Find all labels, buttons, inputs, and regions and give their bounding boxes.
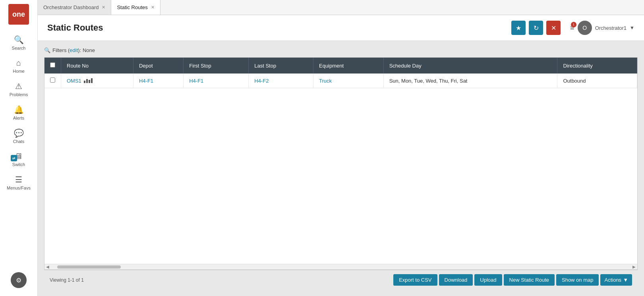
sidebar-item-label: Alerts bbox=[13, 116, 24, 120]
last-stop-link[interactable]: H4-F2 bbox=[254, 78, 269, 84]
tab-bar: Orchestrator Dashboard ✕ Static Routes ✕ bbox=[38, 0, 644, 15]
tab-close-active-icon[interactable]: ✕ bbox=[151, 5, 155, 10]
depot-link[interactable]: H4-F1 bbox=[139, 78, 153, 84]
content-area: 🔍 Filters ( edit ): None Route No bbox=[38, 41, 644, 296]
cell-first-stop: H4-F1 bbox=[184, 74, 249, 88]
col-directionality: Directionality bbox=[557, 58, 637, 74]
cell-schedule-day: Sun, Mon, Tue, Wed, Thu, Fri, Sat bbox=[383, 74, 557, 88]
first-stop-link[interactable]: H4-F1 bbox=[189, 78, 203, 84]
table-wrapper: Route No Depot First Stop Last Stop bbox=[44, 57, 638, 270]
chart-icon bbox=[84, 78, 93, 83]
sidebar-bottom: ⚙ bbox=[9, 268, 29, 292]
col-route-no: Route No bbox=[61, 58, 133, 74]
static-routes-table: Route No Depot First Stop Last Stop bbox=[44, 58, 637, 88]
sidebar-item-menus-favs[interactable]: ☰ Menus/Favs bbox=[0, 171, 37, 194]
sidebar-item-label: Chats bbox=[13, 139, 25, 144]
select-all-checkbox[interactable] bbox=[50, 62, 55, 68]
scroll-right-icon[interactable]: ▶ bbox=[632, 265, 636, 269]
sidebar-item-label: Menus/Favs bbox=[7, 186, 31, 190]
filter-label: Filters bbox=[52, 47, 66, 53]
page-title: Static Routes bbox=[47, 23, 103, 33]
sidebar-item-label: Search bbox=[12, 46, 26, 50]
star-button[interactable]: ★ bbox=[511, 21, 526, 35]
col-schedule-day: Schedule Day bbox=[383, 58, 557, 74]
filter-value: None bbox=[83, 47, 95, 53]
actions-dropdown-icon: ▼ bbox=[623, 277, 628, 283]
cell-route-no: OMS1 bbox=[61, 74, 133, 88]
switch-icon: 🖥 ⇄ bbox=[15, 152, 23, 161]
chat-icon: 💬 bbox=[14, 128, 24, 138]
menu-notification-wrapper: ≡ 1 bbox=[570, 24, 574, 32]
sidebar-item-search[interactable]: 🔍 Search bbox=[0, 31, 37, 54]
warning-icon: ⚠ bbox=[15, 81, 22, 91]
table-footer: Viewing 1-1 of 1 Export to CSV Download … bbox=[44, 270, 638, 290]
download-button[interactable]: Download bbox=[439, 274, 473, 286]
tab-static-routes[interactable]: Static Routes ✕ bbox=[111, 0, 160, 15]
row-checkbox[interactable] bbox=[50, 77, 55, 83]
tab-orchestrator-dashboard[interactable]: Orchestrator Dashboard ✕ bbox=[38, 0, 111, 15]
table-row: OMS1 H4-F1 H4-F1 H4-F2 Truck Sun, Mon, T… bbox=[44, 74, 637, 88]
footer-buttons: Export to CSV Download Upload New Static… bbox=[393, 274, 632, 286]
route-no-link[interactable]: OMS1 bbox=[67, 78, 81, 84]
sidebar-item-alerts[interactable]: 🔔 Alerts bbox=[0, 101, 37, 124]
tab-label: Orchestrator Dashboard bbox=[43, 4, 99, 10]
sidebar-item-switch[interactable]: 🖥 ⇄ Switch bbox=[0, 148, 37, 171]
col-first-stop: First Stop bbox=[184, 58, 249, 74]
menu-icon: ☰ bbox=[15, 175, 22, 184]
dropdown-arrow-icon[interactable]: ▼ bbox=[630, 25, 634, 31]
sidebar-item-label: Problems bbox=[10, 92, 28, 97]
col-depot: Depot bbox=[133, 58, 183, 74]
bell-icon: 🔔 bbox=[14, 105, 24, 114]
header-user: ≡ 1 O Orchestrator1 ▼ bbox=[570, 21, 634, 35]
app-logo[interactable]: one bbox=[8, 4, 29, 25]
export-csv-button[interactable]: Export to CSV bbox=[393, 274, 437, 286]
show-on-map-button[interactable]: Show on map bbox=[556, 274, 599, 286]
actions-button[interactable]: Actions ▼ bbox=[600, 274, 632, 286]
table-body: OMS1 H4-F1 H4-F1 H4-F2 Truck Sun, Mon, T… bbox=[44, 74, 637, 88]
filter-bar: 🔍 Filters ( edit ): None bbox=[44, 47, 638, 53]
cell-last-stop: H4-F2 bbox=[249, 74, 313, 88]
switch-badge: ⇄ bbox=[11, 155, 17, 161]
home-icon: ⌂ bbox=[16, 58, 21, 68]
scroll-left-icon[interactable]: ◀ bbox=[46, 265, 49, 269]
sidebar-item-chats[interactable]: 💬 Chats bbox=[0, 124, 37, 148]
avatar: O bbox=[578, 21, 592, 35]
user-name: Orchestrator1 bbox=[595, 25, 627, 31]
sidebar-item-problems[interactable]: ⚠ Problems bbox=[0, 77, 37, 101]
search-icon: 🔍 bbox=[14, 35, 24, 44]
sidebar-item-home[interactable]: ⌂ Home bbox=[0, 54, 37, 77]
cell-equipment: Truck bbox=[313, 74, 383, 88]
sidebar-item-label: Switch bbox=[12, 162, 25, 167]
new-static-route-button[interactable]: New Static Route bbox=[504, 274, 555, 286]
tab-label: Static Routes bbox=[117, 4, 147, 10]
close-page-button[interactable]: ✕ bbox=[546, 21, 561, 35]
tab-close-icon[interactable]: ✕ bbox=[102, 5, 105, 10]
cell-depot: H4-F1 bbox=[133, 74, 183, 88]
col-last-stop: Last Stop bbox=[249, 58, 313, 74]
select-all-column bbox=[44, 58, 61, 74]
notification-badge: 1 bbox=[571, 22, 576, 27]
scroll-thumb[interactable] bbox=[57, 265, 121, 269]
row-checkbox-cell bbox=[44, 74, 61, 88]
table-scroll-area[interactable]: Route No Depot First Stop Last Stop bbox=[44, 58, 637, 264]
filter-edit-link[interactable]: edit bbox=[70, 47, 78, 53]
avatar: ⚙ bbox=[11, 272, 27, 288]
filter-icon: 🔍 bbox=[44, 47, 50, 53]
sidebar-item-settings[interactable]: ⚙ bbox=[9, 268, 29, 292]
main-area: Orchestrator Dashboard ✕ Static Routes ✕… bbox=[38, 0, 644, 296]
header-actions: ★ ↻ ✕ ≡ 1 O Orchestrator1 ▼ bbox=[511, 21, 634, 35]
sidebar: one 🔍 Search ⌂ Home ⚠ Problems 🔔 Alerts … bbox=[0, 0, 38, 296]
col-equipment: Equipment bbox=[313, 58, 383, 74]
upload-button[interactable]: Upload bbox=[474, 274, 502, 286]
equipment-link[interactable]: Truck bbox=[319, 78, 332, 84]
page-header: Static Routes ★ ↻ ✕ ≡ 1 O Orchestrator1 … bbox=[38, 15, 644, 41]
cell-directionality: Outbound bbox=[557, 74, 637, 88]
horizontal-scrollbar[interactable]: ◀ ▶ bbox=[44, 264, 637, 269]
refresh-button[interactable]: ↻ bbox=[529, 21, 543, 35]
viewing-text: Viewing 1-1 of 1 bbox=[50, 277, 84, 283]
sidebar-item-label: Home bbox=[13, 69, 24, 74]
table-header-row: Route No Depot First Stop Last Stop bbox=[44, 58, 637, 74]
